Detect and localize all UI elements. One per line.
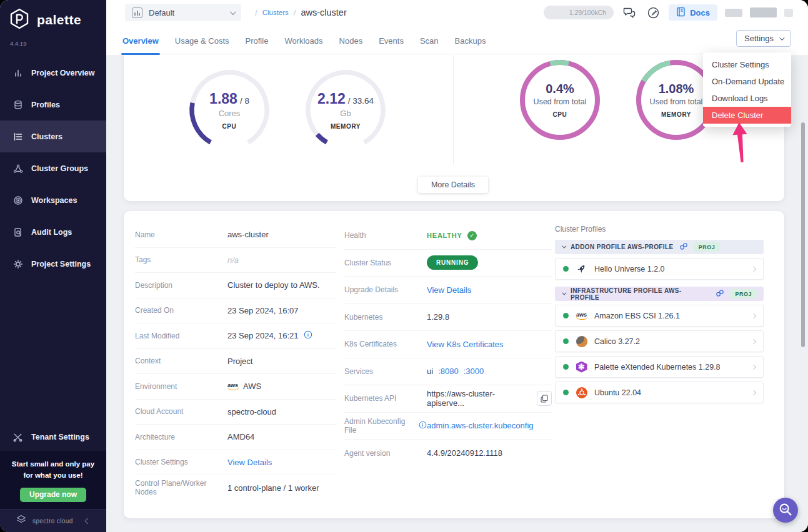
infrastructure-profile-header[interactable]: INFRASTRUCTURE PROFILE AWS-PROFILE PROJ — [555, 287, 764, 301]
tab-overview[interactable]: Overview — [122, 36, 159, 55]
topbar: Default / Clusters / aws-cluster 1.29/10… — [106, 0, 808, 25]
link-icon[interactable] — [679, 242, 688, 252]
cpu-usage-label: CPU — [553, 111, 567, 118]
addon-profile-header[interactable]: ADDON PROFILE AWS-PROFILE PROJ — [555, 240, 764, 254]
info-icon[interactable] — [419, 421, 427, 431]
status-row-health: Health HEALTHY✓ — [344, 222, 552, 250]
menu-item-delete-cluster[interactable]: Delete Cluster — [703, 107, 791, 124]
sidebar-item-audit-logs[interactable]: Audit Logs — [0, 216, 106, 248]
app-name: palette — [37, 12, 81, 27]
menu-item-on-demand-update[interactable]: On-Demand Update — [703, 73, 791, 90]
sidebar-item-label: Cluster Groups — [31, 164, 88, 173]
sidebar-item-label: Tenant Settings — [31, 433, 89, 441]
status-row-upgrade-details: Upgrade Details View Details — [344, 277, 552, 304]
sidebar-item-cluster-groups[interactable]: Cluster Groups — [0, 152, 106, 184]
chevron-down-icon — [562, 244, 566, 249]
promo-text: Start small and only pay for what you us… — [0, 459, 106, 481]
view-k8s-certificates-link[interactable]: View K8s Certificates — [427, 340, 552, 349]
breadcrumb-clusters-link[interactable]: Clusters — [262, 9, 289, 16]
service-port-link[interactable]: :3000 — [464, 367, 484, 376]
docs-button[interactable]: Docs — [669, 4, 717, 21]
pxk-icon: ✻ — [576, 361, 587, 373]
copy-button[interactable] — [537, 391, 552, 406]
tab-backups[interactable]: Backups — [455, 36, 486, 55]
tab-workloads[interactable]: Workloads — [284, 36, 322, 55]
cpu-usage-donut: 0.4% Used from total CPU — [516, 56, 604, 144]
proj-badge: PROJ — [694, 242, 721, 252]
kubeconfig-download-link[interactable]: admin.aws-cluster.kubeconfig — [427, 421, 552, 430]
collapse-sidebar-icon[interactable] — [84, 518, 91, 524]
chevron-down-icon — [230, 9, 236, 15]
spectro-cloud-logo-icon — [15, 513, 27, 528]
breadcrumb-current: aws-cluster — [301, 7, 346, 17]
sidebar-item-profiles[interactable]: Profiles — [0, 89, 106, 121]
tab-events[interactable]: Events — [379, 36, 404, 55]
cpu-used-value: 1.88 — [209, 91, 237, 107]
upgrade-view-details-link[interactable]: View Details — [427, 285, 552, 295]
status-row-cluster-status: Cluster Status RUNNING — [344, 250, 552, 277]
profile-pack-hello-universe[interactable]: Hello Universe 1.2.0 — [555, 258, 764, 280]
sidebar-item-label: Project Settings — [31, 260, 91, 268]
sidebar-item-workspaces[interactable]: Workspaces — [0, 184, 106, 216]
memory-usage-percent: 1.08% — [659, 82, 694, 96]
pack-status-dot — [563, 266, 569, 272]
utilization-card: 1.88/ 8 Cores CPU 2.12/ 33.64 Gb MEMORY — [124, 55, 784, 201]
cpu-usage-caption: Used from total — [534, 97, 587, 106]
settings-button-label: Settings — [744, 34, 774, 43]
breadcrumb: / Clusters / aws-cluster — [255, 7, 347, 17]
sidebar-item-label: Profiles — [31, 101, 60, 109]
profile-pack-calico[interactable]: Calico 3.27.2 — [555, 330, 764, 352]
tab-scan[interactable]: Scan — [420, 36, 439, 55]
running-status-badge: RUNNING — [427, 255, 478, 270]
memory-used-value: 2.12 — [317, 91, 346, 107]
link-icon[interactable] — [716, 289, 724, 298]
status-row-kubernetes: Kubernetes 1.29.8 — [344, 304, 552, 332]
menu-item-cluster-settings[interactable]: Cluster Settings — [703, 56, 791, 73]
profile-pack-ubuntu[interactable]: Ubuntu 22.04 — [555, 382, 764, 403]
profile-pack-palette-extended-kubernetes[interactable]: ✻ Palette eXtended Kubernetes 1.29.8 — [555, 356, 764, 378]
service-port-link[interactable]: :8080 — [438, 367, 459, 376]
whats-new-compass-icon[interactable] — [645, 4, 661, 21]
calico-icon — [576, 335, 587, 347]
breadcrumb-separator: / — [294, 8, 296, 17]
sidebar-item-tenant-settings[interactable]: Tenant Settings — [0, 423, 106, 451]
detail-row-architecture: Architecture AMD64 — [135, 425, 336, 450]
feedback-chat-icon[interactable] — [621, 4, 637, 21]
info-icon[interactable] — [304, 330, 312, 341]
cpu-total-value: / 8 — [240, 96, 249, 106]
chevron-right-icon — [751, 364, 756, 369]
detail-row-context: Context Project — [135, 349, 336, 375]
doc-search-icon — [12, 227, 23, 237]
detail-row-name: Name aws-cluster — [135, 222, 336, 248]
pack-status-dot — [563, 313, 569, 318]
upgrade-now-button[interactable]: Upgrade now — [20, 488, 86, 502]
search-assistant-fab[interactable] — [773, 498, 798, 523]
view-details-link[interactable]: View Details — [227, 458, 336, 467]
sidebar-item-label: Audit Logs — [31, 228, 72, 237]
tab-nodes[interactable]: Nodes — [339, 36, 363, 55]
tab-usage-costs[interactable]: Usage & Costs — [175, 36, 229, 55]
status-row-admin-kubeconfig: Admin Kubeconfig File admin.aws-cluster.… — [344, 413, 552, 440]
profile-pack-amazon-ebs-csi[interactable]: aws Amazon EBS CSI 1.26.1 — [555, 305, 764, 327]
main-area: Default / Clusters / aws-cluster 1.29/10… — [106, 0, 808, 532]
sidebar-item-label: Clusters — [31, 132, 62, 141]
proj-badge: PROJ — [730, 289, 757, 298]
more-details-button[interactable]: More Details — [418, 177, 488, 193]
tab-profile[interactable]: Profile — [246, 36, 269, 55]
project-scope-select[interactable]: Default — [125, 4, 241, 21]
detail-row-created-on: Created On 23 Sep 2024, 16:07 — [135, 298, 336, 324]
target-icon — [12, 195, 23, 205]
status-row-agent-version: Agent version 4.4.9/20240912.1118 — [344, 440, 552, 467]
status-row-k8s-certificates: K8s Certificates View K8s Certificates — [344, 331, 552, 358]
brand-logo: palette — [0, 0, 106, 32]
scrollbar[interactable] — [801, 122, 805, 347]
memory-gauge: 2.12/ 33.64 Gb MEMORY — [302, 66, 389, 154]
settings-dropdown-button[interactable]: Settings — [736, 30, 791, 47]
dashboard-icon — [132, 7, 142, 18]
memory-unit: Gb — [340, 109, 351, 118]
menu-item-download-logs[interactable]: Download Logs — [703, 90, 791, 107]
sidebar-item-clusters[interactable]: Clusters — [0, 121, 106, 152]
sidebar-item-project-settings[interactable]: Project Settings — [0, 248, 106, 280]
sidebar-item-project-overview[interactable]: Project Overview — [0, 57, 106, 89]
cluster-profiles-title: Cluster Profiles — [555, 225, 764, 234]
